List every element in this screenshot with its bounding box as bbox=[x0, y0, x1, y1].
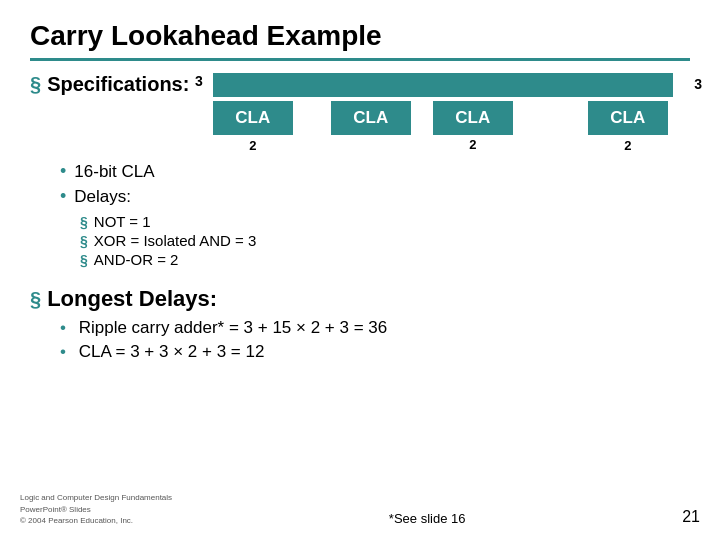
sub-bullet-16bit-text: 16-bit CLA bbox=[74, 162, 154, 182]
cla-box-2-inner: CLA bbox=[331, 101, 411, 135]
delay-andor-mark: § bbox=[80, 252, 88, 268]
longest-cla-dot: • bbox=[60, 342, 66, 361]
delay-xor-mark: § bbox=[80, 233, 88, 249]
top-teal-bar bbox=[213, 73, 673, 97]
spec-bullet-icon: § bbox=[30, 73, 41, 96]
sub-bullet-delays: • Delays: bbox=[60, 186, 690, 207]
cla-box-4: CLA 2 bbox=[588, 101, 668, 135]
cla-label-3: CLA bbox=[455, 108, 490, 128]
longest-delays-section: § Longest Delays: • Ripple carry adder* … bbox=[30, 286, 690, 362]
cla-box-2: CLA bbox=[331, 101, 411, 135]
label-2-box3: 2 bbox=[433, 137, 513, 152]
cla-label-4: CLA bbox=[610, 108, 645, 128]
cla-box-1: CLA 2 bbox=[213, 101, 293, 135]
cla-box-3-inner: CLA bbox=[433, 101, 513, 135]
longest-header-text: Longest Delays: bbox=[47, 286, 217, 312]
spec-header-text: Specifications: bbox=[47, 73, 189, 96]
delay-andor: § AND-OR = 2 bbox=[80, 251, 690, 268]
delay-not-text: NOT = 1 bbox=[94, 213, 151, 230]
delay-details: § NOT = 1 § XOR = Isolated AND = 3 § AND… bbox=[80, 213, 690, 268]
longest-cla-text: CLA = 3 + 3 × 2 + 3 = 12 bbox=[79, 342, 265, 361]
footer-line3: © 2004 Pearson Education, Inc. bbox=[20, 515, 172, 526]
label-2-box4: 2 bbox=[624, 138, 631, 153]
sub-bullet-dot-2: • bbox=[60, 186, 66, 207]
footer-line2: PowerPoint® Slides bbox=[20, 504, 172, 515]
delay-andor-text: AND-OR = 2 bbox=[94, 251, 179, 268]
delay-xor-text: XOR = Isolated AND = 3 bbox=[94, 232, 257, 249]
longest-ripple: • Ripple carry adder* = 3 + 15 × 2 + 3 =… bbox=[60, 318, 690, 338]
content-area: § Specifications: 3 3 CLA 2 bbox=[30, 73, 690, 362]
delay-not-mark: § bbox=[80, 214, 88, 230]
sub-bullet-dot-1: • bbox=[60, 161, 66, 182]
slide-title: Carry Lookahead Example bbox=[30, 20, 690, 61]
longest-bullet-icon: § bbox=[30, 288, 41, 311]
sub-bullet-delays-text: Delays: bbox=[74, 187, 131, 207]
delay-xor: § XOR = Isolated AND = 3 bbox=[80, 232, 690, 249]
footer-left: Logic and Computer Design Fundamentals P… bbox=[20, 492, 172, 526]
footer-page-number: 21 bbox=[682, 508, 700, 526]
longest-cla: • CLA = 3 + 3 × 2 + 3 = 12 bbox=[60, 342, 690, 362]
footer-line1: Logic and Computer Design Fundamentals bbox=[20, 492, 172, 503]
cla-label-1: CLA bbox=[235, 108, 270, 128]
footer-center: *See slide 16 bbox=[389, 511, 466, 526]
longest-ripple-dot: • bbox=[60, 318, 66, 337]
cla-box-4-inner: CLA bbox=[588, 101, 668, 135]
longest-ripple-text: Ripple carry adder* = 3 + 15 × 2 + 3 = 3… bbox=[79, 318, 388, 337]
label-3-right: 3 bbox=[694, 76, 702, 92]
cla-box-1-inner: CLA bbox=[213, 101, 293, 135]
spec-label-3-header: 3 bbox=[195, 73, 203, 89]
cla-label-2: CLA bbox=[353, 108, 388, 128]
delay-not: § NOT = 1 bbox=[80, 213, 690, 230]
cla-box-3: CLA 2 bbox=[433, 101, 513, 152]
slide: Carry Lookahead Example § Specifications… bbox=[0, 0, 720, 540]
longest-delays-header: § Longest Delays: bbox=[30, 286, 690, 312]
specifications-header: § Specifications: 3 3 CLA 2 bbox=[30, 73, 690, 163]
label-2-box1: 2 bbox=[249, 138, 256, 153]
sub-bullet-16bit: • 16-bit CLA bbox=[60, 161, 690, 182]
footer: Logic and Computer Design Fundamentals P… bbox=[0, 492, 720, 526]
